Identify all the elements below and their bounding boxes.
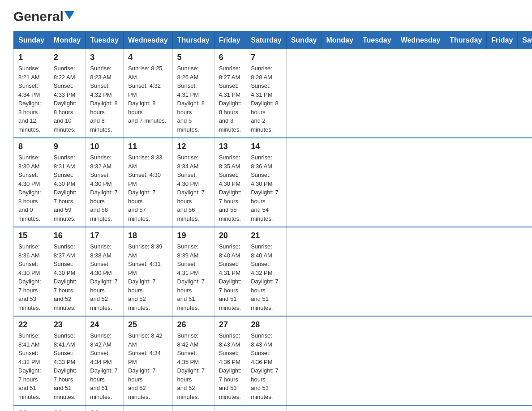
day-number: 23	[54, 320, 81, 330]
day-number: 26	[177, 320, 210, 330]
day-info: Sunrise: 8:39 AMSunset: 4:31 PMDaylight:…	[177, 243, 205, 311]
day-info: Sunrise: 8:43 AMSunset: 4:36 PMDaylight:…	[219, 332, 242, 400]
day-number: 16	[54, 231, 81, 240]
calendar-cell: 19 Sunrise: 8:39 AMSunset: 4:31 PMDaylig…	[172, 227, 214, 316]
day-number: 8	[18, 142, 44, 151]
logo-arrow-icon	[64, 11, 74, 21]
calendar-cell: 2 Sunrise: 8:22 AMSunset: 4:33 PMDayligh…	[49, 49, 85, 138]
calendar-cell: 3 Sunrise: 8:23 AMSunset: 4:32 PMDayligh…	[86, 49, 124, 138]
calendar-cell: 20 Sunrise: 8:40 AMSunset: 4:31 PMDaylig…	[214, 227, 246, 316]
day-number: 1	[18, 53, 44, 62]
calendar-day-header: Monday	[322, 32, 358, 49]
day-info: Sunrise: 8:27 AMSunset: 4:31 PMDaylight:…	[219, 65, 242, 133]
calendar-cell: 13 Sunrise: 8:35 AMSunset: 4:30 PMDaylig…	[214, 138, 246, 227]
day-info: Sunrise: 8:41 AMSunset: 4:32 PMDaylight:…	[18, 332, 41, 400]
day-info: Sunrise: 8:22 AMSunset: 4:33 PMDaylight:…	[54, 65, 77, 133]
calendar-header-row: SundayMondayTuesdayWednesdayThursdayFrid…	[14, 32, 532, 49]
day-number: 21	[251, 231, 281, 240]
calendar-cell: 6 Sunrise: 8:27 AMSunset: 4:31 PMDayligh…	[214, 49, 246, 138]
day-number: 31	[90, 409, 119, 411]
day-number: 5	[177, 53, 210, 62]
day-number: 11	[128, 142, 168, 151]
calendar-cell: 17 Sunrise: 8:38 AMSunset: 4:30 PMDaylig…	[86, 227, 124, 316]
calendar-cell: 26 Sunrise: 8:42 AMSunset: 4:35 PMDaylig…	[172, 316, 214, 405]
day-number: 6	[219, 53, 242, 62]
day-number: 24	[90, 320, 119, 330]
calendar-cell: 29 Sunrise: 8:43 AMSunset: 4:37 PMDaylig…	[14, 405, 49, 411]
calendar-cell: 15 Sunrise: 8:36 AMSunset: 4:30 PMDaylig…	[14, 227, 49, 316]
day-number: 10	[90, 142, 119, 151]
day-info: Sunrise: 8:42 AMSunset: 4:34 PMDaylight:…	[128, 332, 163, 400]
calendar-week-row: 8 Sunrise: 8:30 AMSunset: 4:30 PMDayligh…	[14, 138, 532, 227]
calendar-cell: 9 Sunrise: 8:31 AMSunset: 4:30 PMDayligh…	[49, 138, 85, 227]
day-number: 2	[54, 53, 81, 62]
day-info: Sunrise: 8:39 AMSunset: 4:31 PMDaylight:…	[128, 243, 163, 311]
day-number: 12	[177, 142, 210, 151]
calendar-day-header: Friday	[487, 32, 518, 49]
calendar-cell: 30 Sunrise: 8:43 AMSunset: 4:38 PMDaylig…	[49, 405, 85, 411]
calendar-cell: 12 Sunrise: 8:34 AMSunset: 4:30 PMDaylig…	[172, 138, 214, 227]
calendar-day-header: Saturday	[246, 32, 286, 49]
day-number: 29	[18, 409, 44, 411]
day-info: Sunrise: 8:34 AMSunset: 4:30 PMDaylight:…	[177, 154, 205, 222]
logo-general: General	[13, 9, 64, 24]
calendar-cell: 7 Sunrise: 8:28 AMSunset: 4:31 PMDayligh…	[246, 49, 286, 138]
svg-marker-0	[64, 11, 74, 19]
calendar-cell: 28 Sunrise: 8:43 AMSunset: 4:36 PMDaylig…	[246, 316, 286, 405]
day-info: Sunrise: 8:40 AMSunset: 4:31 PMDaylight:…	[219, 243, 242, 311]
day-number: 22	[18, 320, 44, 330]
day-info: Sunrise: 8:41 AMSunset: 4:33 PMDaylight:…	[54, 332, 77, 400]
calendar-day-header: Wednesday	[123, 32, 172, 49]
calendar-cell	[172, 405, 214, 411]
day-number: 18	[128, 231, 168, 240]
calendar-cell	[246, 405, 286, 411]
day-number: 4	[128, 53, 168, 62]
calendar-week-row: 15 Sunrise: 8:36 AMSunset: 4:30 PMDaylig…	[14, 227, 532, 316]
calendar-day-header: Saturday	[518, 32, 532, 49]
day-number: 19	[177, 231, 210, 240]
calendar-cell: 27 Sunrise: 8:43 AMSunset: 4:36 PMDaylig…	[214, 316, 246, 405]
day-info: Sunrise: 8:38 AMSunset: 4:30 PMDaylight:…	[90, 243, 117, 311]
day-info: Sunrise: 8:36 AMSunset: 4:30 PMDaylight:…	[18, 243, 41, 311]
day-number: 7	[251, 53, 281, 62]
calendar-cell: 18 Sunrise: 8:39 AMSunset: 4:31 PMDaylig…	[123, 227, 172, 316]
day-info: Sunrise: 8:42 AMSunset: 4:35 PMDaylight:…	[177, 332, 205, 400]
day-number: 17	[90, 231, 119, 240]
calendar-cell: 23 Sunrise: 8:41 AMSunset: 4:33 PMDaylig…	[49, 316, 85, 405]
calendar-cell: 25 Sunrise: 8:42 AMSunset: 4:34 PMDaylig…	[123, 316, 172, 405]
logo: General	[13, 9, 74, 22]
day-number: 9	[54, 142, 81, 151]
day-number: 15	[18, 231, 44, 240]
page-header: General	[13, 9, 519, 22]
calendar-cell: 5 Sunrise: 8:26 AMSunset: 4:31 PMDayligh…	[172, 49, 214, 138]
day-info: Sunrise: 8:43 AMSunset: 4:36 PMDaylight:…	[251, 332, 278, 400]
calendar-cell: 4 Sunrise: 8:25 AMSunset: 4:32 PMDayligh…	[123, 49, 172, 138]
day-info: Sunrise: 8:25 AMSunset: 4:32 PMDaylight:…	[128, 65, 166, 124]
day-number: 13	[219, 142, 242, 151]
day-number: 3	[90, 53, 119, 62]
calendar-cell: 21 Sunrise: 8:40 AMSunset: 4:32 PMDaylig…	[246, 227, 286, 316]
calendar-cell	[123, 405, 172, 411]
day-info: Sunrise: 8:40 AMSunset: 4:32 PMDaylight:…	[251, 243, 278, 311]
calendar-cell: 22 Sunrise: 8:41 AMSunset: 4:32 PMDaylig…	[14, 316, 49, 405]
day-number: 25	[128, 320, 168, 330]
calendar-cell	[214, 405, 246, 411]
calendar-week-row: 22 Sunrise: 8:41 AMSunset: 4:32 PMDaylig…	[14, 316, 532, 405]
calendar-week-row: 29 Sunrise: 8:43 AMSunset: 4:37 PMDaylig…	[14, 405, 532, 411]
calendar-day-header: Tuesday	[86, 32, 124, 49]
day-info: Sunrise: 8:28 AMSunset: 4:31 PMDaylight:…	[251, 65, 278, 133]
calendar-cell: 1 Sunrise: 8:21 AMSunset: 4:34 PMDayligh…	[14, 49, 49, 138]
day-info: Sunrise: 8:30 AMSunset: 4:30 PMDaylight:…	[18, 154, 41, 222]
calendar-cell: 31 Sunrise: 8:43 AMSunset: 4:39 PMDaylig…	[86, 405, 124, 411]
calendar-day-header: Wednesday	[396, 32, 445, 49]
calendar-day-header: Sunday	[286, 32, 322, 49]
day-info: Sunrise: 8:36 AMSunset: 4:30 PMDaylight:…	[251, 154, 278, 222]
day-info: Sunrise: 8:26 AMSunset: 4:31 PMDaylight:…	[177, 65, 205, 133]
calendar-day-header: Friday	[214, 32, 246, 49]
day-info: Sunrise: 8:32 AMSunset: 4:30 PMDaylight:…	[90, 154, 117, 222]
day-number: 28	[251, 320, 281, 330]
day-number: 14	[251, 142, 281, 151]
calendar-day-header: Thursday	[445, 32, 487, 49]
day-info: Sunrise: 8:31 AMSunset: 4:30 PMDaylight:…	[54, 154, 77, 222]
calendar-cell: 10 Sunrise: 8:32 AMSunset: 4:30 PMDaylig…	[86, 138, 124, 227]
